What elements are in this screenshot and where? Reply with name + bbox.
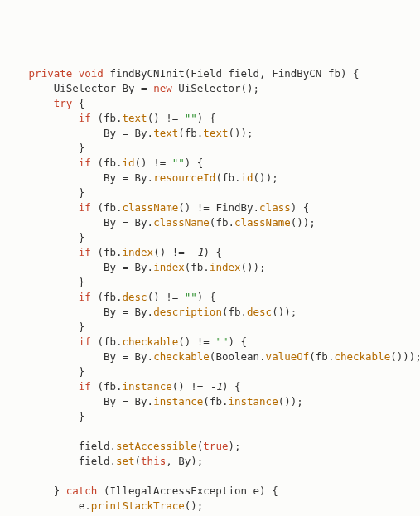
m-description: description <box>153 306 222 318</box>
id-Field: Field <box>191 67 222 80</box>
id-e1: e <box>253 485 260 497</box>
m-instance: instance <box>123 380 172 393</box>
m-checkable2: checkable <box>153 350 210 363</box>
m-desc2: desc <box>247 306 272 318</box>
id-fb3: fb <box>104 201 116 214</box>
kw-catch1: catch <box>66 485 98 497</box>
str-e1: "" <box>185 112 197 124</box>
id-fb7b: fb <box>210 395 222 407</box>
m-id: id <box>123 157 135 169</box>
m-pst1: printStackTrace <box>91 499 185 512</box>
m-checkable3: checkable <box>334 350 390 363</box>
str-e4: "" <box>215 335 228 348</box>
id-By1b: By <box>135 127 147 139</box>
id-fb4b: fb <box>191 261 203 273</box>
m-text3: text <box>203 127 228 139</box>
id-By6b: By <box>135 350 147 363</box>
id-UiSelector: UiSelector <box>54 82 116 94</box>
kw-new: new <box>153 82 172 94</box>
id-By4b: By <box>135 261 147 273</box>
id-fb1: fb <box>104 112 116 124</box>
id-By4: By <box>104 261 116 273</box>
id-By7: By <box>104 395 116 407</box>
kw-void: void <box>79 67 104 80</box>
id-By3b: By <box>135 216 147 229</box>
m-text2: text <box>153 127 178 139</box>
id-By2b: By <box>135 171 147 184</box>
m-className: className <box>123 201 179 214</box>
id-fb5: fb <box>104 291 116 303</box>
id-By2: By <box>104 171 116 184</box>
id-fb7: fb <box>104 380 116 393</box>
kw-true: true <box>203 440 228 452</box>
m-index2: index <box>153 261 185 273</box>
id-By5: By <box>104 306 116 318</box>
id-IAE: IllegalAccessException <box>109 485 247 497</box>
id-e1b: e <box>79 499 85 512</box>
id-fb: fb <box>328 67 340 80</box>
m-text: text <box>123 112 147 124</box>
kw-if-3: if <box>79 201 91 214</box>
id-field1: field <box>79 440 110 452</box>
kw-try: try <box>54 97 73 109</box>
kw-if-2: if <box>79 157 91 169</box>
id-fb3b: fb <box>215 216 228 229</box>
id-field2: field <box>79 455 110 467</box>
str-e2: "" <box>172 157 185 169</box>
kw-private: private <box>29 67 73 80</box>
kw-if-5: if <box>79 291 91 303</box>
m-instance2: instance <box>153 395 203 407</box>
m-set: set <box>116 455 135 467</box>
m-className3: className <box>234 216 291 229</box>
id-UiSelector2: UiSelector <box>178 82 240 94</box>
m-instance3: instance <box>228 395 278 407</box>
m-valueOf: valueOf <box>266 350 310 363</box>
id-FindBy: FindBy <box>215 201 253 214</box>
m-setAccessible: setAccessible <box>116 440 197 452</box>
id-By6: By <box>104 350 116 363</box>
id-fb5b: fb <box>228 306 240 318</box>
id-findByCNInit: findByCNInit <box>109 67 184 80</box>
m-desc: desc <box>123 291 147 303</box>
id-By7b: By <box>135 395 147 407</box>
num-m1b: -1 <box>210 380 222 393</box>
id-fb2b: fb <box>222 171 234 184</box>
num-m1a: -1 <box>191 246 203 258</box>
kw-if-1: if <box>79 112 91 124</box>
id-Boolean: Boolean <box>215 350 259 363</box>
id-fb2: fb <box>104 157 116 169</box>
id-fb1b: fb <box>185 127 197 139</box>
kw-if-7: if <box>79 380 91 393</box>
id-By3: By <box>104 216 116 229</box>
m-index3: index <box>210 261 241 273</box>
kw-if-6: if <box>79 335 91 348</box>
kw-if-4: if <box>79 246 91 258</box>
m-resourceId: resourceId <box>153 171 215 184</box>
m-checkable: checkable <box>123 335 179 348</box>
m-id2: id <box>241 171 253 184</box>
id-By5b: By <box>135 306 147 318</box>
id-field: field <box>228 67 259 80</box>
kw-this: this <box>141 455 166 467</box>
id-By8: By <box>178 455 191 467</box>
id-By1: By <box>104 127 116 139</box>
id-fb6: fb <box>104 335 116 348</box>
id-fb4: fb <box>104 246 116 258</box>
id-FindByCN: FindByCN <box>272 67 321 80</box>
m-index: index <box>123 246 154 258</box>
code-block: private void findByCNInit(Field field, F… <box>10 66 410 516</box>
kw-class: class <box>259 201 291 214</box>
m-className2: className <box>153 216 210 229</box>
id-fb6b: fb <box>316 350 328 363</box>
id-By: By <box>122 82 134 94</box>
str-e3: "" <box>185 291 197 303</box>
